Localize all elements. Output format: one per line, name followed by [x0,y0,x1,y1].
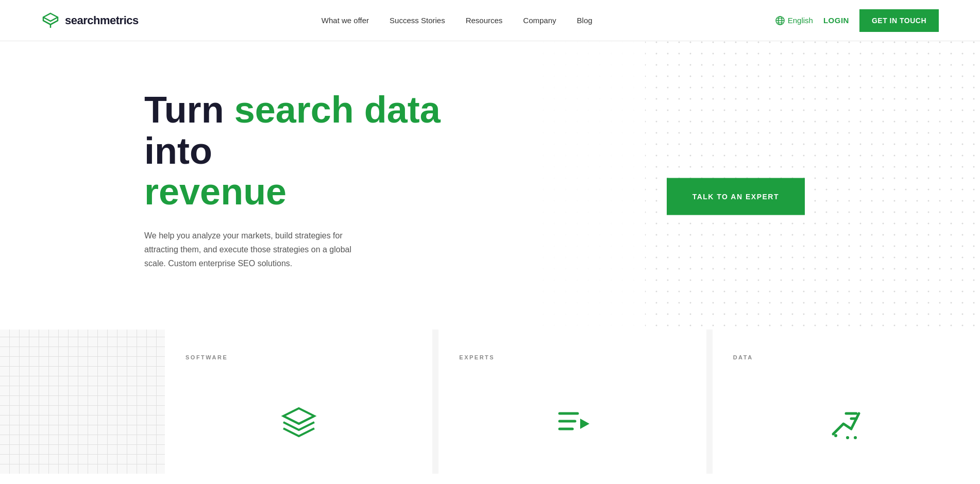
navbar: searchmetrics What we offer Success Stor… [0,0,980,41]
cards-wrapper: SOFTWARE EXPERTS [165,330,980,474]
software-card[interactable]: SOFTWARE [165,330,432,474]
language-label: English [788,16,813,25]
login-button[interactable]: LOGIN [823,16,849,25]
experts-label: EXPERTS [459,354,495,360]
nav-right: English LOGIN GET IN TOUCH [775,9,939,32]
software-icon [276,401,322,449]
experts-card[interactable]: EXPERTS [438,330,706,474]
cards-section: SOFTWARE EXPERTS [0,330,980,474]
language-selector[interactable]: English [775,16,813,25]
data-icon [823,401,869,449]
svg-rect-4 [542,41,645,330]
logo[interactable]: searchmetrics [41,11,139,30]
svg-point-6 [846,436,849,439]
hero-section: Turn search data into revenue We help yo… [0,41,980,330]
logo-icon [41,11,60,30]
experts-icon [549,401,596,449]
expert-btn-container: TALK TO AN EXPERT [667,178,805,215]
svg-point-7 [854,436,857,439]
nav-links: What we offer Success Stories Resources … [322,16,593,25]
nav-item-blog[interactable]: Blog [577,16,593,25]
nav-item-what-we-offer[interactable]: What we offer [322,16,369,25]
headline-part1: Turn [144,89,234,130]
hero-headline: Turn search data into revenue [144,90,484,212]
data-card[interactable]: DATA [713,330,980,474]
svg-point-5 [834,434,837,437]
logo-text: searchmetrics [65,14,139,27]
headline-part2: into [144,130,212,171]
headline-green: search data [234,89,441,130]
globe-icon [775,16,785,25]
talk-to-expert-button[interactable]: TALK TO AN EXPERT [667,178,805,215]
headline-revenue: revenue [144,171,286,212]
hero-description: We help you analyze your markets, build … [144,229,371,271]
nav-item-company[interactable]: Company [523,16,556,25]
data-label: DATA [733,354,753,360]
get-in-touch-button[interactable]: GET IN TOUCH [859,9,939,32]
nav-item-success-stories[interactable]: Success Stories [390,16,445,25]
nav-item-resources[interactable]: Resources [466,16,503,25]
software-label: SOFTWARE [185,354,228,360]
hero-content: Turn search data into revenue We help yo… [144,90,484,270]
